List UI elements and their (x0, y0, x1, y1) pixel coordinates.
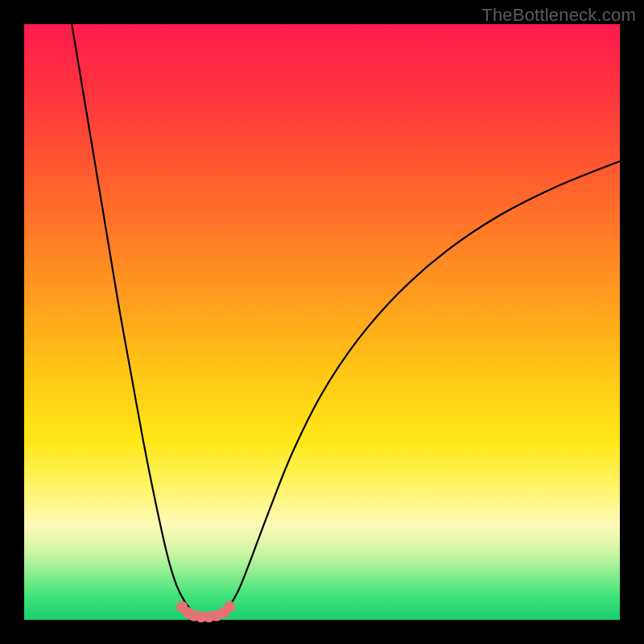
chart-stage: TheBottleneck.com (0, 0, 644, 644)
curve-svg (24, 24, 620, 620)
valley-markers-group (176, 601, 235, 623)
plot-area (24, 24, 620, 620)
valley-marker-dot (224, 601, 235, 613)
right-branch-curve (227, 161, 620, 611)
watermark-text: TheBottleneck.com (481, 5, 636, 26)
left-branch-curve (72, 24, 194, 613)
